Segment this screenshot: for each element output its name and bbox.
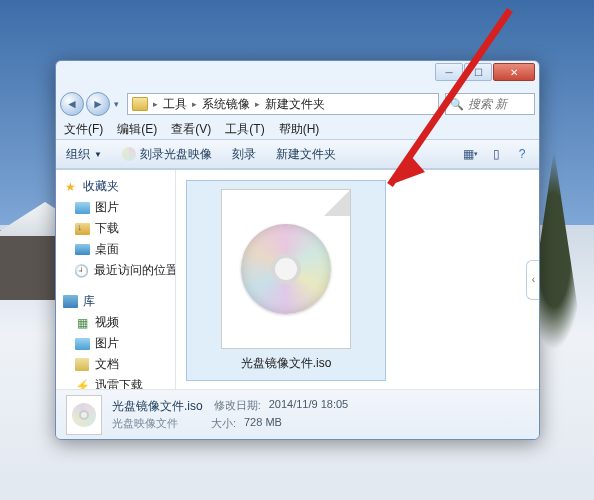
menu-edit[interactable]: 编辑(E) (117, 121, 157, 138)
nav-back-button[interactable]: ◄ (60, 92, 84, 116)
details-size-value: 728 MB (244, 416, 282, 431)
iso-file-icon (221, 189, 351, 349)
disc-icon (72, 403, 96, 427)
nav-forward-button[interactable]: ► (86, 92, 110, 116)
folder-icon (132, 97, 148, 111)
sidebar-pictures[interactable]: 图片 (60, 197, 171, 218)
navbar: ◄ ► ▾ ▸ 工具 ▸ 系统镜像 ▸ 新建文件夹 🔍 搜索 新 (56, 89, 539, 119)
menu-file[interactable]: 文件(F) (64, 121, 103, 138)
thunder-icon: ⚡ (74, 378, 90, 390)
view-mode-button[interactable]: ▦▾ (459, 144, 481, 164)
menu-help[interactable]: 帮助(H) (279, 121, 320, 138)
new-folder-button[interactable]: 新建文件夹 (272, 144, 340, 165)
explorer-window: ─ ☐ ✕ ◄ ► ▾ ▸ 工具 ▸ 系统镜像 ▸ 新建文件夹 🔍 搜索 新 文… (55, 60, 540, 440)
sidebar-favorites[interactable]: ★收藏夹 (60, 176, 171, 197)
maximize-button[interactable]: ☐ (464, 63, 492, 81)
details-date-label: 修改日期: (211, 398, 261, 415)
organize-button[interactable]: 组织▼ (62, 144, 106, 165)
help-button[interactable]: ? (511, 144, 533, 164)
pictures-icon (75, 338, 90, 350)
library-icon (63, 295, 78, 308)
desktop-icon (75, 244, 90, 255)
file-label: 光盘镜像文件.iso (241, 355, 332, 372)
window-body: ★收藏夹 图片 下载 桌面 🕘最近访问的位置 库 ▦视频 图片 文档 ⚡迅雷下载… (56, 169, 539, 389)
sidebar-videos[interactable]: ▦视频 (60, 312, 171, 333)
sidebar-lib-pictures[interactable]: 图片 (60, 333, 171, 354)
details-file-icon (66, 395, 102, 435)
titlebar: ─ ☐ ✕ (56, 61, 539, 89)
menu-view[interactable]: 查看(V) (171, 121, 211, 138)
disc-icon (122, 147, 136, 161)
downloads-icon (75, 223, 90, 235)
sidebar-documents[interactable]: 文档 (60, 354, 171, 375)
file-pane[interactable]: 光盘镜像文件.iso ‹ (176, 170, 539, 389)
sidebar-recent[interactable]: 🕘最近访问的位置 (60, 260, 171, 281)
details-date-value: 2014/11/9 18:05 (269, 398, 349, 415)
menu-tools[interactable]: 工具(T) (225, 121, 264, 138)
close-button[interactable]: ✕ (493, 63, 535, 81)
star-icon: ★ (62, 179, 78, 195)
pictures-icon (75, 202, 90, 214)
crumb-2[interactable]: 系统镜像 (202, 96, 250, 113)
toolbar: 组织▼ 刻录光盘映像 刻录 新建文件夹 ▦▾ ▯ ? (56, 139, 539, 169)
video-icon: ▦ (74, 315, 90, 331)
address-bar[interactable]: ▸ 工具 ▸ 系统镜像 ▸ 新建文件夹 (127, 93, 439, 115)
details-pane: 光盘镜像文件.iso 修改日期: 2014/11/9 18:05 光盘映像文件 … (56, 389, 539, 439)
disc-icon (241, 224, 331, 314)
burn-image-button[interactable]: 刻录光盘映像 (118, 144, 216, 165)
details-filename: 光盘镜像文件.iso (112, 398, 203, 415)
recent-icon: 🕘 (74, 263, 89, 279)
crumb-1[interactable]: 工具 (163, 96, 187, 113)
search-icon: 🔍 (450, 98, 464, 111)
nav-sidebar: ★收藏夹 图片 下载 桌面 🕘最近访问的位置 库 ▦视频 图片 文档 ⚡迅雷下载… (56, 170, 176, 389)
sidebar-desktop[interactable]: 桌面 (60, 239, 171, 260)
sidebar-libraries[interactable]: 库 (60, 291, 171, 312)
details-size-label: 大小: (186, 416, 236, 431)
minimize-button[interactable]: ─ (435, 63, 463, 81)
sidebar-downloads[interactable]: 下载 (60, 218, 171, 239)
search-box[interactable]: 🔍 搜索 新 (445, 93, 535, 115)
preview-pane-button[interactable]: ▯ (485, 144, 507, 164)
search-placeholder: 搜索 新 (468, 96, 507, 113)
documents-icon (75, 358, 89, 371)
sidebar-thunder[interactable]: ⚡迅雷下载 (60, 375, 171, 389)
file-item-selected[interactable]: 光盘镜像文件.iso (186, 180, 386, 381)
burn-button[interactable]: 刻录 (228, 144, 260, 165)
preview-pane-toggle[interactable]: ‹ (526, 260, 539, 300)
details-filetype: 光盘映像文件 (112, 416, 178, 431)
menubar: 文件(F) 编辑(E) 查看(V) 工具(T) 帮助(H) (56, 119, 539, 139)
nav-history-dropdown[interactable]: ▾ (112, 99, 121, 109)
crumb-3[interactable]: 新建文件夹 (265, 96, 325, 113)
